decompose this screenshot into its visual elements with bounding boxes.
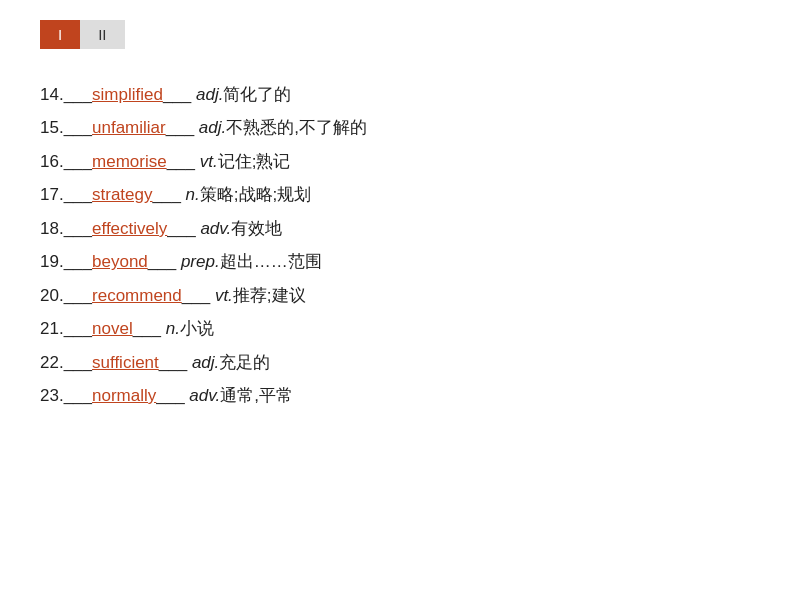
item-number: 22. (40, 353, 64, 372)
item-word: strategy (92, 185, 152, 204)
tab-I[interactable]: I (40, 20, 80, 49)
item-number: 15. (40, 118, 64, 137)
tab-bar: I II (40, 20, 754, 49)
list-item: 15.___unfamiliar___ adj.不熟悉的,不了解的 (40, 112, 754, 143)
item-pos: adj. (196, 85, 223, 104)
item-meaning: 推荐;建议 (233, 286, 306, 305)
item-number: 23. (40, 386, 64, 405)
item-word: unfamiliar (92, 118, 166, 137)
list-item: 16.___memorise___ vt.记住;熟记 (40, 146, 754, 177)
main-container: I II 14.___simplified___ adj.简化了的15.___u… (0, 0, 794, 433)
list-item: 22.___sufficient___ adj.充足的 (40, 347, 754, 378)
item-meaning: 策略;战略;规划 (200, 185, 311, 204)
item-word: simplified (92, 85, 163, 104)
item-word: effectively (92, 219, 167, 238)
item-pos: n. (186, 185, 200, 204)
list-item: 18.___effectively___ adv.有效地 (40, 213, 754, 244)
item-pos: vt. (200, 152, 218, 171)
item-number: 21. (40, 319, 64, 338)
list-item: 23.___normally___ adv.通常,平常 (40, 380, 754, 411)
item-number: 16. (40, 152, 64, 171)
item-meaning: 通常,平常 (220, 386, 293, 405)
item-word: beyond (92, 252, 148, 271)
list-item: 14.___simplified___ adj.简化了的 (40, 79, 754, 110)
item-meaning: 有效地 (231, 219, 282, 238)
item-pos: adv. (200, 219, 231, 238)
item-word: novel (92, 319, 133, 338)
list-item: 20.___recommend___ vt.推荐;建议 (40, 280, 754, 311)
item-meaning: 简化了的 (223, 85, 291, 104)
item-number: 17. (40, 185, 64, 204)
item-word: normally (92, 386, 156, 405)
item-pos: adj. (192, 353, 219, 372)
tab-II[interactable]: II (80, 20, 124, 49)
item-number: 18. (40, 219, 64, 238)
list-item: 17.___strategy___ n.策略;战略;规划 (40, 179, 754, 210)
list-item: 21.___novel___ n.小说 (40, 313, 754, 344)
item-word: recommend (92, 286, 182, 305)
item-word: memorise (92, 152, 167, 171)
item-word: sufficient (92, 353, 159, 372)
item-pos: adv. (189, 386, 220, 405)
item-pos: prep. (181, 252, 220, 271)
item-pos: n. (166, 319, 180, 338)
list-item: 19.___beyond___ prep.超出……范围 (40, 246, 754, 277)
item-meaning: 不熟悉的,不了解的 (226, 118, 367, 137)
item-meaning: 小说 (180, 319, 214, 338)
item-meaning: 超出……范围 (220, 252, 322, 271)
item-number: 19. (40, 252, 64, 271)
item-meaning: 充足的 (219, 353, 270, 372)
vocabulary-list: 14.___simplified___ adj.简化了的15.___unfami… (40, 79, 754, 411)
item-pos: vt. (215, 286, 233, 305)
item-meaning: 记住;熟记 (218, 152, 291, 171)
item-number: 20. (40, 286, 64, 305)
item-number: 14. (40, 85, 64, 104)
item-pos: adj. (199, 118, 226, 137)
